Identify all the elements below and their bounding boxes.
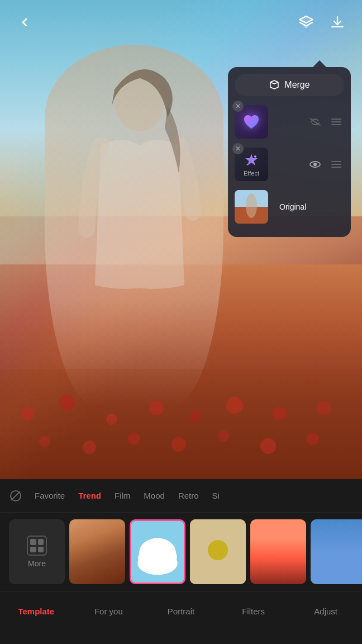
eye-slash-icon bbox=[309, 117, 321, 126]
layer-drag-2[interactable] bbox=[328, 159, 344, 170]
template-2[interactable] bbox=[130, 519, 185, 584]
layer-visibility-1[interactable] bbox=[307, 116, 323, 127]
layer-item-2: ✕ Effect bbox=[235, 145, 344, 183]
cat-tab-mood[interactable]: Mood bbox=[142, 489, 166, 503]
nav-portrait-label: Portrait bbox=[168, 607, 194, 616]
back-arrow-icon bbox=[18, 16, 31, 29]
template-thumbnails: More bbox=[0, 513, 362, 591]
nav-filters-label: Filters bbox=[242, 607, 265, 616]
merge-label: Merge bbox=[284, 80, 309, 90]
person-figure bbox=[56, 34, 223, 369]
back-button[interactable] bbox=[13, 11, 36, 34]
svg-point-15 bbox=[260, 438, 276, 454]
top-navigation bbox=[0, 0, 362, 45]
effect-star-icon bbox=[243, 152, 260, 169]
svg-point-21 bbox=[247, 164, 249, 165]
more-grid-icon bbox=[27, 536, 47, 556]
layers-icon bbox=[298, 14, 315, 31]
svg-point-16 bbox=[307, 433, 319, 445]
svg-point-8 bbox=[273, 407, 286, 420]
template-more[interactable]: More bbox=[9, 519, 65, 584]
nav-template-label: Template bbox=[18, 607, 54, 616]
nav-item-portrait[interactable]: Portrait bbox=[145, 591, 217, 631]
original-thumb-svg bbox=[235, 190, 268, 224]
bottom-panel: Favorite Trend Film Mood Retro Si More bbox=[0, 479, 362, 644]
original-layer-label: Original bbox=[279, 202, 306, 211]
template-5[interactable] bbox=[311, 519, 362, 584]
template-4[interactable] bbox=[250, 519, 306, 584]
svg-point-9 bbox=[317, 401, 331, 415]
nav-item-adjust[interactable]: Adjust bbox=[289, 591, 362, 631]
svg-point-4 bbox=[106, 414, 117, 425]
layer-close-2[interactable]: ✕ bbox=[232, 143, 244, 154]
cat-tab-si[interactable]: Si bbox=[211, 489, 221, 503]
bottom-navigation: Template For you Portrait Filters Adjust bbox=[0, 591, 362, 631]
svg-point-5 bbox=[149, 401, 164, 415]
svg-point-29 bbox=[246, 193, 257, 218]
nav-right-actions bbox=[295, 11, 349, 34]
template-1[interactable] bbox=[69, 519, 125, 584]
svg-point-36 bbox=[208, 540, 228, 560]
layer-thumb-3[interactable] bbox=[235, 190, 268, 224]
layer-drag-1[interactable] bbox=[328, 116, 344, 127]
nav-item-filters[interactable]: Filters bbox=[217, 591, 290, 631]
heart-sticker-icon bbox=[241, 112, 261, 132]
merge-icon bbox=[269, 79, 280, 91]
download-button[interactable] bbox=[326, 11, 349, 34]
svg-point-23 bbox=[313, 163, 317, 166]
cat-tab-none[interactable] bbox=[9, 488, 22, 504]
layers-button[interactable] bbox=[295, 11, 317, 34]
layer-item-1: ✕ bbox=[235, 103, 344, 141]
cat-tab-film[interactable]: Film bbox=[113, 489, 131, 503]
svg-point-6 bbox=[189, 410, 202, 423]
svg-point-11 bbox=[83, 441, 96, 454]
cat-tab-retro[interactable]: Retro bbox=[177, 489, 200, 503]
more-label: More bbox=[28, 559, 46, 568]
nav-adjust-label: Adjust bbox=[314, 607, 337, 616]
effect-label: Effect bbox=[244, 170, 259, 177]
cat-tab-favorite[interactable]: Favorite bbox=[34, 489, 66, 503]
nav-for-you-label: For you bbox=[94, 607, 123, 616]
category-tabs: Favorite Trend Film Mood Retro Si bbox=[0, 479, 362, 513]
svg-rect-1 bbox=[0, 369, 362, 481]
yellow-thumb-svg bbox=[190, 519, 246, 584]
svg-point-34 bbox=[137, 552, 177, 575]
drag-handle-icon-2 bbox=[331, 160, 342, 168]
svg-point-3 bbox=[59, 395, 75, 410]
layer-item-3: Original bbox=[235, 188, 344, 226]
nav-item-template[interactable]: Template bbox=[0, 591, 73, 631]
svg-point-2 bbox=[21, 407, 35, 420]
svg-point-20 bbox=[254, 155, 256, 158]
eye-open-icon bbox=[309, 160, 321, 169]
download-icon bbox=[330, 15, 345, 30]
svg-point-7 bbox=[226, 397, 243, 414]
merge-button[interactable]: Merge bbox=[235, 74, 344, 96]
svg-point-14 bbox=[218, 430, 229, 442]
flower-field-svg bbox=[0, 369, 362, 481]
svg-point-13 bbox=[172, 437, 186, 452]
no-filter-icon bbox=[10, 490, 21, 501]
svg-point-10 bbox=[39, 436, 50, 447]
cloud-thumb-svg bbox=[131, 521, 184, 583]
svg-point-12 bbox=[128, 433, 140, 445]
drag-handle-icon bbox=[331, 118, 342, 126]
layer-close-1[interactable]: ✕ bbox=[232, 101, 244, 112]
layer-visibility-2[interactable] bbox=[307, 159, 323, 170]
template-3[interactable] bbox=[190, 519, 246, 584]
layers-panel: Merge ✕ bbox=[228, 67, 351, 237]
nav-item-for-you[interactable]: For you bbox=[73, 591, 145, 631]
cat-tab-trend[interactable]: Trend bbox=[77, 489, 102, 503]
